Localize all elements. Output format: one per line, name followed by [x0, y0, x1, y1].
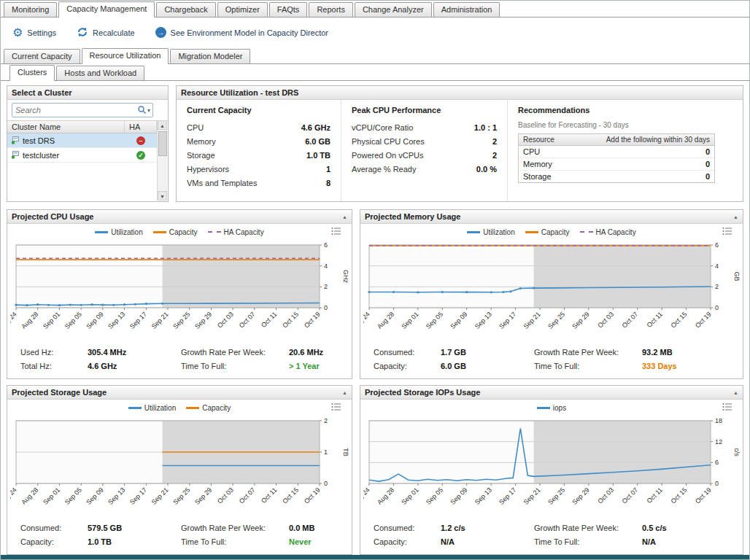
stat-value: 20.6 MHz: [289, 346, 349, 359]
chart-legend: UtilizationCapacity: [128, 404, 231, 412]
svg-text:0: 0: [715, 304, 719, 311]
svg-text:Sep 25: Sep 25: [546, 486, 566, 506]
rec-col-resource: Resource: [519, 134, 579, 145]
svg-text:Oct 03: Oct 03: [596, 311, 615, 330]
chart-panel-projected-storage-iops: Projected Storage IOPs Usage ▲ iops 0612…: [360, 385, 743, 555]
legend-swatch: [95, 231, 108, 233]
recommendations-table: Resource Add the following within 30 day…: [518, 133, 715, 183]
chart-title: Projected Storage IOPs Usage: [365, 388, 480, 397]
tab-faqts[interactable]: FAQts: [269, 2, 308, 17]
cluster-table-header: Cluster Name HA: [7, 120, 157, 133]
svg-text:Sep 17: Sep 17: [498, 311, 517, 330]
tab-migration-modeler[interactable]: Migration Modeler: [170, 49, 250, 63]
svg-text:2: 2: [324, 417, 328, 424]
svg-text:2: 2: [715, 283, 719, 290]
cluster-row-testcluster[interactable]: testcluster ✓: [7, 148, 157, 163]
svg-text:2: 2: [324, 283, 328, 290]
col-cluster-name[interactable]: Cluster Name: [7, 121, 125, 133]
chart-menu-icon[interactable]: [722, 402, 732, 413]
chart-plot: 0246GBAug 24Aug 28Sep 01Sep 05Sep 09Sep …: [363, 239, 740, 349]
svg-text:c/s: c/s: [733, 448, 740, 456]
stat-value: 1.2 c/s: [441, 521, 534, 535]
stat-label: Time To Full:: [534, 535, 642, 549]
recalculate-button[interactable]: Recalculate: [77, 26, 134, 39]
stat-value: 333 Days: [642, 359, 740, 373]
tab-administration[interactable]: Administration: [433, 2, 500, 17]
bottom-bar: [1, 555, 749, 559]
recommendations-title: Recommendations: [518, 106, 732, 114]
tab-reports[interactable]: Reports: [309, 2, 353, 17]
stat-value: 6.0 GB: [441, 359, 534, 373]
chart-menu-icon[interactable]: [331, 402, 341, 413]
peak-cpu-section: Peak CPU Performance vCPU/Core Ratio1.0 …: [341, 100, 507, 201]
tab-hosts-and-workload[interactable]: Hosts and Workload: [56, 66, 144, 80]
search-dropdown-caret-icon[interactable]: ▾: [147, 107, 150, 114]
svg-text:Aug 24: Aug 24: [10, 311, 18, 330]
stat-label: Time To Full:: [181, 535, 289, 549]
svg-text:18: 18: [715, 417, 722, 424]
kv-label: VMs and Templates: [187, 176, 257, 190]
svg-text:GHz: GHz: [342, 270, 349, 284]
chart-header: Projected CPU Usage ▲: [7, 210, 352, 224]
chart-menu-icon[interactable]: [331, 227, 341, 237]
tab-current-capacity[interactable]: Current Capacity: [4, 49, 80, 63]
legend-item: iops: [537, 404, 566, 412]
settings-button[interactable]: ⚙ Settings: [12, 27, 56, 39]
resource-utilization-header: Resource Utilization - test DRS: [177, 86, 743, 100]
svg-text:Oct 15: Oct 15: [281, 486, 300, 505]
rec-row-storage: Storage 0: [519, 171, 714, 182]
stat-value: N/A: [441, 535, 534, 549]
resource-utilization-title: Resource Utilization - test DRS: [181, 88, 298, 97]
stat-label: Consumed:: [20, 521, 88, 535]
stat-value: > 1 Year: [289, 359, 349, 373]
svg-text:Sep 25: Sep 25: [171, 486, 191, 506]
collapse-icon[interactable]: ▲: [733, 390, 738, 395]
tab-optimizer[interactable]: Optimizer: [217, 2, 268, 17]
legend-swatch: [580, 231, 593, 233]
svg-text:Sep 09: Sep 09: [449, 486, 468, 506]
kv-value: 1.0 TB: [306, 149, 330, 163]
legend-swatch: [128, 407, 142, 409]
svg-text:Sep 25: Sep 25: [546, 311, 566, 330]
collapse-icon[interactable]: ▲: [342, 390, 347, 395]
tab-change-analyzer[interactable]: Change Analyzer: [355, 2, 432, 17]
scroll-thumb[interactable]: [158, 131, 167, 156]
svg-text:GB: GB: [733, 271, 740, 281]
svg-text:4: 4: [324, 262, 328, 270]
cluster-row-test-drs[interactable]: test DRS –: [7, 133, 157, 148]
svg-text:Oct 07: Oct 07: [238, 486, 257, 505]
svg-text:Oct 11: Oct 11: [646, 486, 664, 505]
chart-panel-projected-memory: Projected Memory Usage ▲ UtilizationCapa…: [360, 209, 743, 379]
stat-value: 93.2 MB: [642, 346, 740, 359]
capacity-director-label: See Environment Model in Capacity Direct…: [171, 28, 328, 37]
tab-resource-utilization[interactable]: Resource Utilization: [82, 48, 169, 64]
current-capacity-section: Current Capacity CPU4.6 GHz Memory6.0 GB…: [177, 100, 341, 201]
tab-capacity-management[interactable]: Capacity Management: [58, 1, 155, 18]
stat-label: Time To Full:: [534, 359, 642, 373]
scroll-up-icon[interactable]: ▲: [158, 120, 167, 130]
svg-text:Oct 19: Oct 19: [694, 311, 713, 330]
collapse-icon[interactable]: ▲: [342, 214, 347, 219]
svg-text:Sep 13: Sep 13: [107, 486, 126, 506]
tab-chargeback[interactable]: Chargeback: [156, 2, 215, 17]
svg-text:Aug 24: Aug 24: [363, 486, 371, 506]
chart-menu-icon[interactable]: [722, 227, 732, 237]
svg-text:Sep 29: Sep 29: [571, 311, 590, 330]
tab-clusters[interactable]: Clusters: [9, 65, 55, 81]
col-ha[interactable]: HA: [125, 121, 157, 133]
recalculate-label: Recalculate: [93, 28, 134, 37]
collapse-icon[interactable]: ▲: [733, 214, 738, 219]
cluster-list-scrollbar[interactable]: ▲ ▼: [157, 120, 167, 201]
search-input[interactable]: [12, 104, 122, 117]
peak-cpu-title: Peak CPU Performance: [352, 106, 497, 114]
search-icon[interactable]: [137, 105, 147, 116]
legend-swatch: [186, 407, 199, 409]
tab-monitoring[interactable]: Monitoring: [4, 2, 57, 17]
chart-panel-projected-storage: Projected Storage Usage ▲ UtilizationCap…: [7, 385, 352, 555]
capacity-director-link[interactable]: → See Environment Model in Capacity Dire…: [155, 27, 328, 38]
svg-text:Aug 28: Aug 28: [20, 311, 39, 330]
scroll-down-icon[interactable]: ▼: [158, 191, 167, 201]
rec-row-memory: Memory 0: [519, 158, 714, 171]
legend-item: Capacity: [525, 228, 570, 236]
chart-header: Projected Storage Usage ▲: [7, 386, 352, 400]
